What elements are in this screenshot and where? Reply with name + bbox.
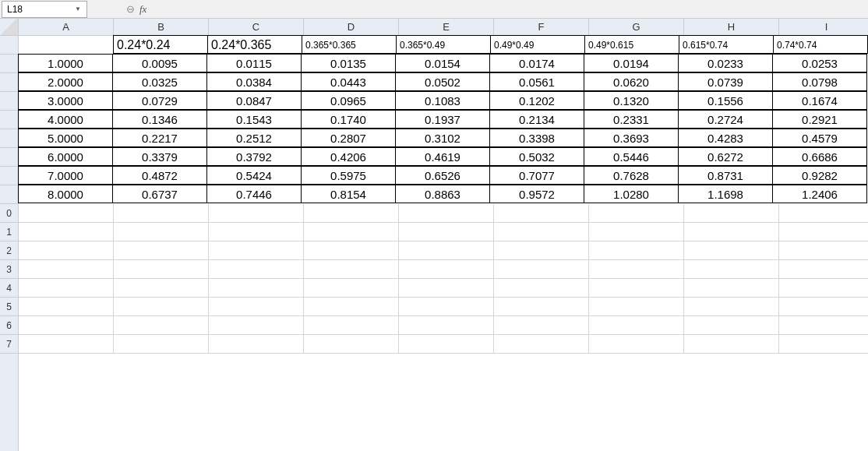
cell[interactable]: 0.4619 [395, 147, 490, 166]
cell[interactable]: 0.0135 [301, 54, 396, 72]
row-header[interactable] [0, 55, 18, 73]
cell[interactable]: 0.1556 [678, 91, 773, 110]
cell[interactable] [779, 279, 868, 298]
row-header[interactable]: 7 [0, 335, 18, 354]
cell[interactable]: 0.1937 [395, 110, 490, 129]
cell[interactable] [399, 298, 494, 316]
cell[interactable]: 0.0325 [112, 72, 207, 91]
cell[interactable]: 0.6737 [112, 185, 207, 203]
cell[interactable]: 0.0154 [395, 54, 490, 72]
cell[interactable]: 0.1320 [584, 91, 679, 110]
cell[interactable]: 0.0729 [112, 91, 207, 110]
cell[interactable] [684, 204, 779, 223]
column-header[interactable]: D [304, 19, 399, 35]
cell[interactable] [114, 223, 209, 241]
cell[interactable] [399, 241, 494, 260]
column-header[interactable]: H [684, 19, 779, 35]
cell[interactable]: 0.6272 [678, 147, 773, 166]
cell[interactable]: 0.3398 [489, 129, 584, 147]
cell[interactable]: 0.0561 [489, 72, 584, 91]
column-header[interactable]: E [399, 19, 494, 35]
cell[interactable] [209, 223, 304, 241]
cell[interactable] [114, 316, 209, 335]
cell[interactable]: 0.7077 [489, 166, 584, 185]
row-header[interactable] [0, 111, 18, 129]
cell[interactable] [494, 260, 589, 279]
cell[interactable] [589, 260, 684, 279]
cell[interactable]: 0.2134 [489, 110, 584, 129]
cell[interactable]: 0.0798 [772, 72, 867, 91]
row-header[interactable] [0, 167, 18, 185]
cell[interactable]: 0.6526 [395, 166, 490, 185]
cell[interactable] [779, 260, 868, 279]
cell[interactable]: 1.2406 [772, 185, 867, 203]
cell[interactable]: 0.0253 [772, 54, 867, 72]
cell[interactable]: 0.1083 [395, 91, 490, 110]
cell[interactable]: 0.9282 [772, 166, 867, 185]
column-header[interactable]: G [589, 19, 684, 35]
cell[interactable]: 0.0095 [112, 54, 207, 72]
cell[interactable]: 0.49*0.49 [490, 35, 585, 54]
cell[interactable]: 6.0000 [18, 147, 113, 166]
cell[interactable] [589, 316, 684, 335]
cell[interactable] [114, 279, 209, 298]
cells-area[interactable]: 0.24*0.240.24*0.3650.365*0.3650.365*0.49… [19, 36, 868, 451]
cell[interactable] [494, 241, 589, 260]
cell[interactable] [304, 316, 399, 335]
chevron-down-icon[interactable]: ▼ [74, 5, 82, 12]
cell[interactable] [304, 260, 399, 279]
cell[interactable]: 0.1346 [112, 110, 207, 129]
cell[interactable]: 1.0280 [584, 185, 679, 203]
cell[interactable] [684, 223, 779, 241]
row-header[interactable] [0, 129, 18, 148]
cell[interactable]: 0.8154 [301, 185, 396, 203]
cell[interactable]: 0.615*0.74 [679, 35, 774, 54]
cell[interactable]: 3.0000 [18, 91, 113, 110]
column-header[interactable]: B [114, 19, 209, 35]
cell[interactable] [399, 335, 494, 354]
cell[interactable]: 0.1674 [772, 91, 867, 110]
cell[interactable] [19, 316, 114, 335]
cell[interactable]: 0.2807 [301, 129, 396, 147]
cell[interactable]: 0.2724 [678, 110, 773, 129]
cell[interactable] [209, 260, 304, 279]
column-header[interactable]: I [779, 19, 868, 35]
cell[interactable] [494, 223, 589, 241]
cell[interactable] [304, 204, 399, 223]
column-header[interactable]: F [494, 19, 589, 35]
cell[interactable]: 0.0443 [301, 72, 396, 91]
cell[interactable]: 0.8863 [395, 185, 490, 203]
cell[interactable] [494, 298, 589, 316]
cell[interactable] [779, 335, 868, 354]
row-header[interactable] [0, 148, 18, 167]
cell[interactable] [779, 204, 868, 223]
column-header[interactable]: A [19, 19, 114, 35]
cell[interactable] [399, 316, 494, 335]
cell[interactable]: 0.2512 [206, 129, 302, 147]
cell[interactable]: 0.3792 [206, 147, 302, 166]
cell[interactable]: 1.1698 [678, 185, 773, 203]
cell[interactable] [779, 316, 868, 335]
cell[interactable]: 0.6686 [772, 147, 867, 166]
cell[interactable]: 7.0000 [18, 166, 113, 185]
cell[interactable] [304, 241, 399, 260]
cell[interactable] [114, 204, 209, 223]
cell[interactable] [684, 260, 779, 279]
cell[interactable] [19, 204, 114, 223]
cell[interactable]: 0.0965 [301, 91, 396, 110]
cell[interactable] [19, 279, 114, 298]
row-header[interactable]: 4 [0, 279, 18, 298]
cell[interactable]: 0.4579 [772, 129, 867, 147]
cell[interactable]: 0.0174 [489, 54, 584, 72]
cell[interactable] [304, 223, 399, 241]
cell[interactable]: 0.3379 [112, 147, 207, 166]
cell[interactable] [684, 279, 779, 298]
cell[interactable]: 0.7628 [584, 166, 679, 185]
cell[interactable]: 0.2921 [772, 110, 867, 129]
cell[interactable] [19, 335, 114, 354]
cell[interactable] [114, 298, 209, 316]
cell[interactable] [209, 241, 304, 260]
cell[interactable] [304, 298, 399, 316]
cell[interactable] [399, 260, 494, 279]
cell[interactable]: 0.3693 [584, 129, 679, 147]
